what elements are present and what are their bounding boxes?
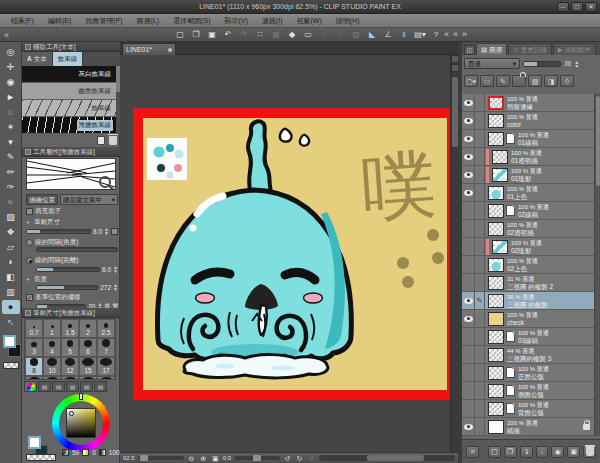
tab-color-set[interactable]: ▤	[52, 381, 65, 392]
save-file-icon[interactable]: ▣	[205, 29, 219, 41]
transparent-color-chip[interactable]	[3, 362, 19, 369]
minimize-button[interactable]: ─	[557, 2, 569, 12]
layer-thumbnail[interactable]	[488, 222, 504, 236]
horizontal-scroll-thumb[interactable]	[367, 455, 424, 461]
subtool-item[interactable]: 效果線	[22, 100, 116, 117]
layer-visibility-toggle[interactable]	[462, 328, 475, 346]
move-layer-parts-icon[interactable]: ∷	[253, 29, 267, 41]
layer-row[interactable]: 100 % 普通01透明感	[462, 148, 594, 166]
layer-thumbnail[interactable]	[492, 150, 508, 164]
effect-line-tool-icon[interactable]: ●	[2, 300, 20, 314]
layer-visibility-toggle[interactable]	[462, 364, 475, 382]
brush-size-3[interactable]: 3	[25, 338, 43, 357]
fill-tool-icon[interactable]: ◧	[2, 270, 20, 284]
brush-size-1[interactable]: 1	[43, 319, 61, 338]
blend-mode-dropdown[interactable]: 普通 ▾	[464, 58, 520, 69]
menu-view[interactable]: 顯示(V)	[218, 14, 255, 28]
tab-approximate-color[interactable]: ▤	[80, 381, 93, 392]
layer-visibility-toggle[interactable]	[462, 274, 475, 292]
select-border-icon[interactable]: ▧	[349, 29, 363, 41]
brush-size-8[interactable]: 8	[25, 357, 43, 376]
tab-layer[interactable]: ▤圖層	[476, 43, 507, 55]
layer-thumbnail[interactable]	[492, 240, 508, 254]
menu-filter[interactable]: 濾鏡(I)	[255, 14, 290, 28]
zoom-out-icon[interactable]: ⊖	[187, 454, 196, 463]
layer-visibility-toggle[interactable]	[462, 220, 475, 238]
transform-icon[interactable]: ▦	[269, 29, 283, 41]
eraser-tool-icon[interactable]: ▱	[2, 240, 20, 254]
layer-visibility-toggle[interactable]	[462, 130, 475, 148]
stepper-icon[interactable]: ▲▼	[113, 265, 118, 273]
brush-size-35[interactable]: 35	[79, 376, 97, 380]
menu-page-manage[interactable]: 頁面管理(P)	[78, 14, 129, 28]
brush-size-10[interactable]: 10	[43, 357, 61, 376]
layer-thumbnail[interactable]	[488, 384, 504, 398]
layer-visibility-toggle[interactable]	[462, 148, 475, 166]
pin-opacity-icon[interactable]: ⬭	[480, 75, 494, 87]
sv-marker[interactable]	[69, 411, 74, 416]
layer-thumbnail[interactable]	[488, 258, 504, 272]
brush-size-25[interactable]: 25	[43, 376, 61, 380]
layer-visibility-toggle[interactable]	[462, 202, 475, 220]
layer-thumbnail[interactable]	[488, 402, 504, 416]
tab-color-slider[interactable]: ▤	[38, 381, 51, 392]
layer-row[interactable]: 100 % 普通02線稿	[462, 202, 594, 220]
layer-thumbnail[interactable]	[488, 132, 504, 146]
layer-visibility-toggle[interactable]	[462, 310, 475, 328]
layer-visibility-toggle[interactable]	[462, 166, 475, 184]
layer-visibility-toggle[interactable]	[462, 346, 475, 364]
layer-row[interactable]: 100 % 普通02陰影	[462, 238, 594, 256]
layer-row[interactable]: 100 % 普通01陰影	[462, 166, 594, 184]
menu-window[interactable]: 視窗(W)	[290, 14, 329, 28]
rotate-right-icon[interactable]: ↻	[295, 454, 304, 463]
brush-size-2[interactable]: 2	[79, 319, 97, 338]
brush-tool-icon[interactable]: ✑	[2, 180, 20, 194]
brush-size-4[interactable]: 4	[43, 338, 61, 357]
artwork-canvas[interactable]: 噗	[133, 108, 457, 400]
layer-thumbnail[interactable]	[488, 420, 504, 434]
layer-visibility-toggle[interactable]	[462, 94, 475, 112]
layer-thumbnail[interactable]	[488, 294, 504, 308]
new-file-icon[interactable]: ▢	[173, 29, 187, 41]
layer-row[interactable]: 100 % 普通預留邊緣	[462, 94, 594, 112]
layer-row[interactable]: 100 % 普通check	[462, 310, 594, 328]
dock-collapse-icon-2[interactable]: »	[462, 28, 467, 41]
tab-effect-line[interactable]: 效果線	[53, 52, 84, 66]
saturation-value-square[interactable]	[66, 408, 96, 438]
create-subtool-icon[interactable]	[97, 136, 105, 145]
expand-icon[interactable]: +	[26, 276, 32, 283]
tab-color-history[interactable]: ▤	[94, 381, 107, 392]
brush-size-2.5[interactable]: 2.5	[97, 319, 115, 338]
fill-area-icon[interactable]: ◆	[285, 29, 299, 41]
layer-row[interactable]: 44 % 普通三視圖的複製 3	[462, 346, 594, 364]
layer-thumbnail[interactable]	[488, 330, 504, 344]
apply-mask-to-layer-icon[interactable]: ▣	[567, 446, 580, 458]
stepper-icon[interactable]: ▲▼	[574, 60, 579, 68]
brush-size-7[interactable]: 7	[97, 338, 115, 357]
layer-thumbnail[interactable]	[492, 168, 508, 182]
gradient-tool-icon[interactable]: ▥	[2, 285, 20, 299]
layer-thumbnail[interactable]	[488, 114, 504, 128]
layer-list-scrollbar[interactable]	[594, 94, 600, 436]
eyedropper-tool-icon[interactable]: ▾	[2, 135, 20, 149]
panel-menu-icon[interactable]: ≡	[466, 446, 479, 458]
layer-row[interactable]: 100 % 普通01上色	[462, 184, 594, 202]
tab-history[interactable]: ◷歷史記錄	[508, 43, 552, 55]
material-icon[interactable]: ▤▾	[413, 29, 427, 41]
dock-collapse-icon-0[interactable]: «	[444, 28, 449, 41]
interval-distance-radio[interactable]	[26, 257, 33, 264]
menu-file[interactable]: 檔案(F)	[4, 14, 41, 28]
document-tab[interactable]: LINE01*	[122, 43, 176, 55]
zoom-in-icon[interactable]: ⊕	[199, 454, 208, 463]
layer-visibility-toggle[interactable]	[462, 400, 475, 418]
layer-thumbnail[interactable]	[488, 276, 504, 290]
enable-mask-icon[interactable]: ◨	[544, 75, 558, 87]
operation-tool-icon[interactable]: ►	[2, 90, 20, 104]
tab-text-tool[interactable]: A 文本	[22, 52, 53, 66]
reset-view-icon[interactable]: ◌	[307, 454, 316, 463]
auto-select-tool-icon[interactable]: ✶	[2, 120, 20, 134]
subtool-item[interactable]: 海膽效果線	[22, 117, 116, 134]
layer-row[interactable]: 100 % 普通紙張	[462, 418, 594, 436]
brush-size-12[interactable]: 12	[61, 357, 79, 376]
brush-size-5[interactable]: 5	[61, 338, 79, 357]
